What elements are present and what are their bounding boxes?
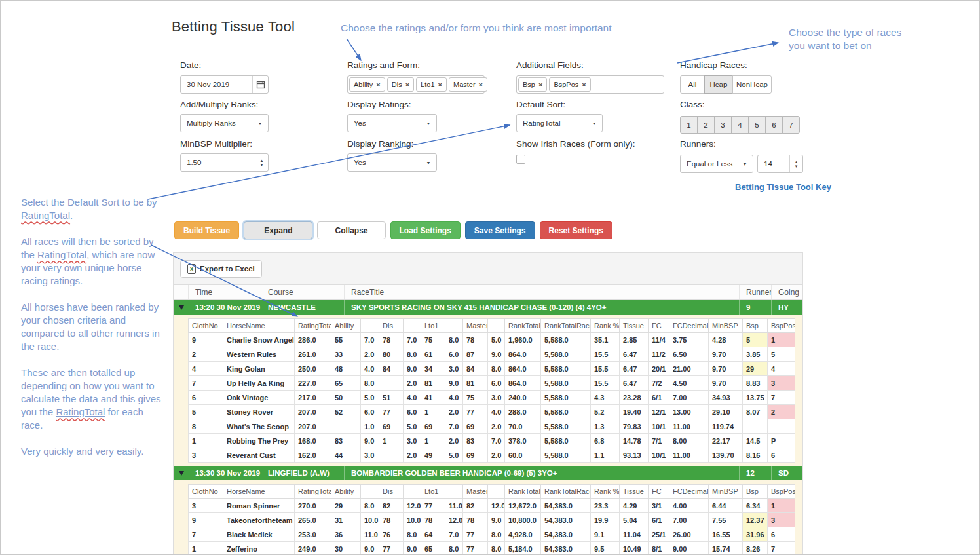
remove-tag-icon[interactable]: × (479, 81, 483, 88)
col-header-HorseName[interactable]: HorseName (223, 319, 295, 333)
col-header-AbilityRank[interactable] (361, 485, 379, 499)
handicap-option-hcap[interactable]: Hcap (704, 75, 733, 94)
handicap-option-all[interactable]: All (680, 75, 705, 94)
collapse-button[interactable]: Collapse (317, 221, 385, 239)
remove-tag-icon[interactable]: × (405, 81, 409, 88)
class-option-6[interactable]: 6 (765, 116, 783, 134)
additional-fields-multiselect[interactable]: Bsp×BspPos× (516, 75, 664, 94)
spin-down-icon[interactable]: ▼ (795, 164, 799, 168)
display-ratings-select[interactable]: Yes ▼ (347, 114, 437, 132)
expand-button[interactable]: Expand (244, 221, 312, 239)
col-header-RatingTotal[interactable]: RatingTotal (295, 485, 331, 499)
race-group-row-1[interactable]: 13:20 30 Nov 2019NEWCASTLESKY SPORTS RAC… (174, 300, 802, 315)
class-option-3[interactable]: 3 (714, 116, 732, 134)
spin-up-icon[interactable]: ▲ (260, 159, 264, 163)
minbsp-stepper[interactable]: 1.50 ▲▼ (180, 153, 269, 172)
col-header-BspPos[interactable]: BspPos (768, 485, 795, 499)
col-header-Master[interactable]: Master (463, 319, 488, 333)
col-header-RankTotalRace[interactable]: RankTotalRace (541, 485, 591, 499)
col-header-RatingTotal[interactable]: RatingTotal (295, 319, 331, 333)
betting-tissue-tool-key-link[interactable]: Betting Tissue Tool Key (735, 182, 831, 192)
col-header-Ability[interactable]: Ability (331, 485, 361, 499)
col-header-FC[interactable]: FC (649, 485, 669, 499)
col-header-DisRank[interactable] (404, 319, 421, 333)
display-ranking-select[interactable]: Yes ▼ (347, 153, 437, 172)
col-header-MinBSP[interactable]: MinBSP (709, 319, 743, 333)
col-header-Dis[interactable]: Dis (379, 485, 404, 499)
add-multiply-select[interactable]: Multiply Ranks ▼ (180, 114, 269, 132)
col-header-Bsp[interactable]: Bsp (743, 319, 768, 333)
col-header-Lto1[interactable]: Lto1 (421, 319, 445, 333)
calendar-icon[interactable] (252, 76, 268, 93)
ratings-form-tag-ability[interactable]: Ability× (349, 77, 385, 92)
col-header-MasterRank[interactable] (488, 319, 505, 333)
class-option-1[interactable]: 1 (680, 116, 698, 134)
runners-operator-select[interactable]: Equal or Less ▼ (680, 155, 753, 173)
col-header-BspPos[interactable]: BspPos (768, 319, 795, 333)
outer-col-header-racetitle[interactable]: RaceTitle (345, 285, 740, 299)
col-header-HorseName[interactable]: HorseName (223, 485, 295, 499)
date-input[interactable]: 30 Nov 2019 (180, 75, 269, 94)
col-header-Bsp[interactable]: Bsp (743, 485, 768, 499)
runners-count-stepper[interactable]: 14 ▲▼ (757, 155, 803, 173)
col-header-RankPct[interactable]: Rank % (591, 319, 620, 333)
col-header-RankPct[interactable]: Rank % (591, 485, 620, 499)
collapse-triangle-icon[interactable] (179, 305, 184, 310)
col-header-Dis[interactable]: Dis (379, 319, 404, 333)
remove-tag-icon[interactable]: × (438, 81, 442, 88)
default-sort-select[interactable]: RatingTotal ▼ (516, 114, 603, 132)
reset-settings-button[interactable]: Reset Settings (540, 221, 612, 239)
class-option-2[interactable]: 2 (697, 116, 715, 134)
outer-col-header-runners[interactable]: Runners (740, 285, 772, 299)
outer-col-header-going[interactable]: Going (772, 285, 802, 299)
col-header-FC[interactable]: FC (649, 319, 669, 333)
display-ranking-value: Yes (348, 159, 421, 166)
save-settings-button[interactable]: Save Settings (465, 221, 535, 239)
export-to-excel-button[interactable]: x Export to Excel (180, 260, 262, 278)
ratings-form-tag-dis[interactable]: Dis× (387, 77, 414, 92)
outer-col-header-course[interactable]: Course (261, 285, 345, 299)
class-option-4[interactable]: 4 (731, 116, 749, 134)
class-option-5[interactable]: 5 (748, 116, 766, 134)
remove-tag-icon[interactable]: × (376, 81, 380, 88)
col-header-RankTotal[interactable]: RankTotal (505, 319, 541, 333)
col-header-FCDecimal[interactable]: FCDecimal (669, 319, 709, 333)
additional-fields-tag-bsp[interactable]: Bsp× (518, 77, 547, 92)
col-header-Master[interactable]: Master (463, 485, 488, 499)
spin-down-icon[interactable]: ▼ (260, 163, 264, 167)
col-header-Lto1Rank[interactable] (445, 485, 463, 499)
cell-Bsp: 6.34 (743, 499, 768, 513)
ratings-form-tag-master[interactable]: Master× (449, 77, 487, 92)
col-header-DisRank[interactable] (404, 485, 421, 499)
col-header-MinBSP[interactable]: MinBSP (709, 485, 743, 499)
col-header-ClothNo[interactable]: ClothNo (189, 485, 223, 499)
class-option-7[interactable]: 7 (782, 116, 800, 134)
col-header-MasterRank[interactable] (488, 485, 505, 499)
col-header-Tissue[interactable]: Tissue (620, 319, 649, 333)
col-header-RankTotalRace[interactable]: RankTotalRace (541, 319, 591, 333)
ratings-form-multiselect[interactable]: Ability×Dis×Lto1×Master× (347, 75, 485, 94)
remove-tag-icon[interactable]: × (538, 81, 542, 88)
remove-tag-icon[interactable]: × (582, 81, 586, 88)
ratings-form-tag-lto1[interactable]: Lto1× (416, 77, 447, 92)
load-settings-button[interactable]: Load Settings (390, 221, 461, 239)
col-header-Ability[interactable]: Ability (331, 319, 361, 333)
additional-fields-tag-bsppos[interactable]: BspPos× (549, 77, 590, 92)
col-header-RankTotal[interactable]: RankTotal (505, 485, 541, 499)
outer-col-header-time[interactable]: Time (189, 285, 261, 299)
runners-spin-buttons[interactable]: ▲▼ (789, 155, 802, 172)
build-tissue-button[interactable]: Build Tissue (174, 221, 239, 239)
show-irish-checkbox[interactable] (516, 155, 525, 164)
col-header-Lto1Rank[interactable] (445, 319, 463, 333)
col-header-Lto1[interactable]: Lto1 (421, 485, 445, 499)
col-header-AbilityRank[interactable] (361, 319, 379, 333)
minbsp-spin-buttons[interactable]: ▲▼ (255, 154, 268, 171)
collapse-triangle-icon[interactable] (179, 471, 184, 476)
col-header-Tissue[interactable]: Tissue (620, 485, 649, 499)
race-group-row-2[interactable]: 13:30 30 Nov 2019LINGFIELD (A.W)BOMBARDI… (174, 466, 802, 480)
spin-up-icon[interactable]: ▲ (795, 160, 799, 164)
col-header-FCDecimal[interactable]: FCDecimal (669, 485, 709, 499)
col-header-ClothNo[interactable]: ClothNo (189, 319, 223, 333)
cell-MinBSP: 9.70 (709, 347, 743, 362)
handicap-option-nonhcap[interactable]: NonHcap (732, 75, 772, 94)
